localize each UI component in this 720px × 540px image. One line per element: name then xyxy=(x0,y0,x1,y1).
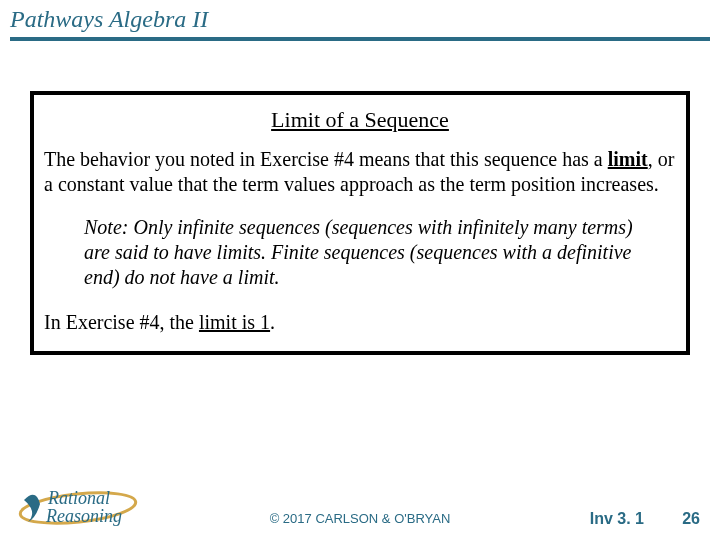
para1-text-a: The behavior you noted in Exercise #4 me… xyxy=(44,148,608,170)
inv-label: Inv 3. 1 xyxy=(590,510,644,528)
logo-text-top: Rational xyxy=(47,488,110,508)
slide-footer: Rational Reasoning © 2017 CARLSON & O'BR… xyxy=(0,492,720,532)
note-paragraph: Note: Only infinite sequences (sequences… xyxy=(84,215,636,290)
definition-box: Limit of a Sequence The behavior you not… xyxy=(30,91,690,355)
course-title: Pathways Algebra II xyxy=(10,6,710,33)
page-number: 26 xyxy=(682,510,700,528)
para2-text-a: In Exercise #4, the xyxy=(44,311,199,333)
para2-text-b: . xyxy=(270,311,275,333)
box-title: Limit of a Sequence xyxy=(44,107,676,133)
example-paragraph: In Exercise #4, the limit is 1. xyxy=(44,310,676,335)
slide-header: Pathways Algebra II xyxy=(0,0,720,35)
definition-paragraph: The behavior you noted in Exercise #4 me… xyxy=(44,147,676,197)
limit-term: limit xyxy=(608,148,648,170)
limit-value: limit is 1 xyxy=(199,311,270,333)
header-rule xyxy=(10,37,710,41)
